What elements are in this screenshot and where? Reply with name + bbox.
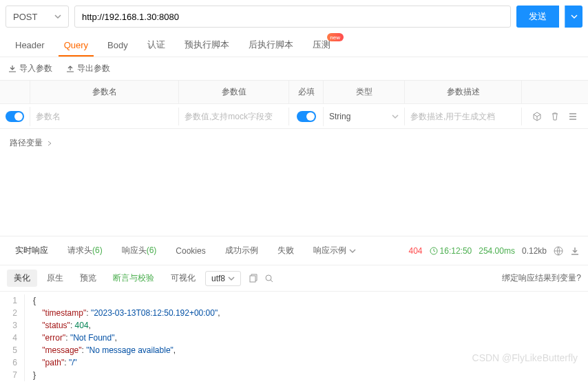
param-name-input[interactable] xyxy=(36,112,173,121)
response-time: 16:12:50 xyxy=(430,246,472,256)
status-code: 404 xyxy=(409,246,423,256)
assert-button[interactable]: 断言与校验 xyxy=(106,270,161,287)
tab-header[interactable]: Header xyxy=(6,34,54,56)
tab-loadtest[interactable]: 压测 new xyxy=(303,33,340,57)
format-beautify-button[interactable]: 美化 xyxy=(7,270,37,287)
path-variables-toggle[interactable]: 路径变量 xyxy=(0,129,588,157)
col-type: 类型 xyxy=(324,81,405,103)
chevron-down-icon xyxy=(392,113,399,120)
method-select[interactable]: POST xyxy=(6,6,69,28)
bind-variable-link[interactable]: 绑定响应结果到变量? xyxy=(502,272,581,284)
menu-icon[interactable] xyxy=(568,112,578,121)
param-required-switch[interactable] xyxy=(297,111,316,122)
chevron-right-icon xyxy=(47,141,52,146)
clock-icon xyxy=(430,247,438,255)
response-size: 0.12kb xyxy=(522,246,547,256)
resp-tab-cookies[interactable]: Cookies xyxy=(169,241,212,261)
tab-auth[interactable]: 认证 xyxy=(138,33,175,57)
response-duration: 254.00ms xyxy=(479,246,515,256)
response-body[interactable]: 1{ 2 "timestamp": "2023-03-13T08:12:50.1… xyxy=(0,292,588,384)
request-tabs: Header Query Body 认证 预执行脚本 后执行脚本 压测 new xyxy=(0,33,588,57)
search-icon[interactable] xyxy=(264,274,274,283)
tab-prescript[interactable]: 预执行脚本 xyxy=(175,33,239,57)
globe-icon[interactable] xyxy=(554,246,563,256)
param-desc-input[interactable] xyxy=(410,112,516,121)
tab-postscript[interactable]: 后执行脚本 xyxy=(239,33,303,57)
url-input[interactable] xyxy=(74,6,511,28)
param-type-select[interactable]: String xyxy=(329,112,399,121)
param-table-header: 参数名 参数值 必填 类型 参数描述 xyxy=(0,81,588,104)
resp-tab-respheader[interactable]: 响应头(6) xyxy=(115,239,164,262)
chevron-down-icon xyxy=(571,13,578,20)
svg-point-3 xyxy=(266,275,271,281)
import-params-button[interactable]: 导入参数 xyxy=(8,63,52,74)
chevron-down-icon xyxy=(228,275,235,282)
cube-icon[interactable] xyxy=(532,112,542,121)
send-dropdown-button[interactable] xyxy=(565,6,582,28)
tab-query[interactable]: Query xyxy=(54,34,98,56)
encoding-select[interactable]: utf8 xyxy=(205,271,241,286)
resp-tab-success[interactable]: 成功示例 xyxy=(218,239,265,262)
copy-icon[interactable] xyxy=(248,274,258,283)
col-name: 参数名 xyxy=(30,81,179,103)
param-value-input[interactable] xyxy=(185,112,283,121)
resp-tab-realtime[interactable]: 实时响应 xyxy=(8,239,55,262)
send-button[interactable]: 发送 xyxy=(516,6,559,28)
col-desc: 参数描述 xyxy=(405,81,522,103)
format-preview-button[interactable]: 预览 xyxy=(73,270,103,287)
resp-tab-reqheader[interactable]: 请求头(6) xyxy=(61,239,109,262)
svg-rect-2 xyxy=(250,276,255,282)
download-icon xyxy=(8,65,17,73)
param-enable-switch[interactable] xyxy=(6,111,24,122)
chevron-down-icon xyxy=(54,13,61,20)
download-icon[interactable] xyxy=(570,246,580,256)
chevron-down-icon xyxy=(349,247,356,254)
delete-icon[interactable] xyxy=(550,112,560,121)
tab-body[interactable]: Body xyxy=(98,34,138,56)
col-required: 必填 xyxy=(289,81,324,103)
method-value: POST xyxy=(13,12,37,22)
upload-icon xyxy=(66,65,74,73)
col-value: 参数值 xyxy=(179,81,289,103)
param-row: String xyxy=(0,104,588,129)
visual-button[interactable]: 可视化 xyxy=(164,270,202,287)
resp-tab-fail[interactable]: 失败 xyxy=(271,239,301,262)
export-params-button[interactable]: 导出参数 xyxy=(66,63,110,74)
new-badge: new xyxy=(327,33,344,41)
format-raw-button[interactable]: 原生 xyxy=(40,270,70,287)
resp-example-select[interactable]: 响应示例 xyxy=(306,239,363,262)
